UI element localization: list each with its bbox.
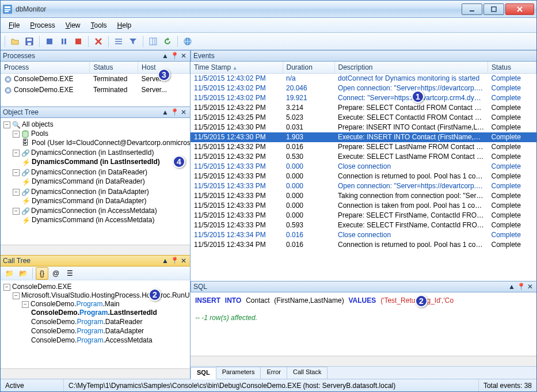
tree-node[interactable]: ConsoleDemo.Program.DataAdapter	[31, 327, 144, 335]
pin-icon[interactable]: 📍	[170, 52, 178, 60]
maximize-button[interactable]	[483, 3, 504, 15]
chevron-up-icon[interactable]: ▲	[161, 108, 169, 116]
sql-tabs: SQL Parameters Error Call Stack	[191, 366, 536, 379]
folder-open-icon[interactable]: 📂	[17, 267, 29, 280]
database-icon: 🗄	[22, 139, 30, 147]
column-header-process[interactable]: Process	[1, 62, 90, 74]
stop-icon[interactable]	[43, 35, 56, 48]
refresh-icon[interactable]	[161, 35, 174, 48]
expand-toggle[interactable]: −	[3, 121, 10, 128]
event-row[interactable]: 11/5/2015 12:43:34 PM0.016Connection is …	[191, 240, 536, 250]
event-row[interactable]: 11/5/2015 12:43:30 PM1.903Execute: INSER…	[191, 132, 536, 142]
close-icon[interactable]: ✕	[526, 283, 534, 291]
connection-icon: 🔗	[21, 149, 29, 157]
chevron-up-icon[interactable]: ▲	[161, 257, 169, 265]
column-header-timestamp[interactable]: Time Stamp	[191, 62, 283, 74]
svg-rect-9	[27, 39, 32, 41]
pin-icon[interactable]: 📍	[170, 257, 178, 265]
events-panel-header[interactable]: Events	[191, 50, 536, 62]
events-grid[interactable]: Time Stamp Duration Description Status 1…	[191, 62, 536, 281]
object-tree-header[interactable]: Object Tree ▲ 📍 ✕	[1, 106, 190, 118]
tree-node[interactable]: ConsoleDemo.Program.LastInsertedId	[31, 309, 157, 317]
horizontal-scrollbar[interactable]	[1, 245, 190, 255]
event-row[interactable]: 11/5/2015 12:43:33 PM0.000Prepare: SELEC…	[191, 211, 536, 220]
event-row[interactable]: 11/5/2015 12:43:33 PM0.000Connection is …	[191, 172, 536, 181]
menu-process[interactable]: Process	[25, 20, 59, 31]
globe-icon[interactable]	[181, 35, 194, 48]
expand-toggle[interactable]: −	[3, 284, 10, 291]
delete-x-icon[interactable]	[92, 35, 105, 48]
at-sign-icon[interactable]: @	[49, 267, 62, 280]
close-icon[interactable]: ✕	[180, 52, 188, 60]
tree-node[interactable]: ConsoleDemo.Program.AccessMetdata	[31, 336, 153, 344]
minimize-button[interactable]	[462, 3, 482, 15]
open-icon[interactable]	[9, 35, 21, 48]
event-row[interactable]: 11/5/2015 12:43:33 PM0.000Connection is …	[191, 201, 536, 211]
column-header-status[interactable]: Status	[90, 62, 138, 74]
expand-toggle[interactable]: −	[13, 131, 20, 138]
pin-icon[interactable]: 📍	[170, 108, 178, 116]
close-button[interactable]	[505, 3, 534, 15]
event-row[interactable]: 11/5/2015 12:43:33 PM0.000Open connectio…	[191, 181, 536, 191]
column-header-status[interactable]: Status	[488, 62, 536, 74]
tree-node[interactable]: ConsoleDemo.Program.DataReader	[31, 318, 142, 326]
expand-toggle[interactable]: −	[13, 150, 20, 157]
close-icon[interactable]: ✕	[180, 108, 188, 116]
expand-toggle[interactable]: −	[22, 301, 29, 308]
tab-callstack[interactable]: Call Stack	[287, 367, 328, 379]
call-tree-toolbar: 📁 📂 {} @ ☰	[1, 267, 190, 280]
tab-error[interactable]: Error	[260, 367, 287, 379]
event-row[interactable]: 11/5/2015 12:43:32 PM0.530Execute: SELEC…	[191, 152, 536, 162]
sql-text[interactable]: INSERT INTO Contact (FirstName,LastName)…	[191, 292, 536, 356]
status-state: Active	[1, 379, 64, 391]
processes-panel-header[interactable]: Processes ▲ 📍 ✕	[1, 50, 190, 62]
event-row[interactable]: 11/5/2015 12:43:25 PM5.023Execute: SELEC…	[191, 113, 536, 123]
folder-icon[interactable]: 📁	[3, 267, 16, 280]
expand-toggle[interactable]: −	[13, 189, 20, 196]
event-row[interactable]: 11/5/2015 12:43:02 PM19.921Connect: "Ser…	[191, 93, 536, 103]
event-row[interactable]: 11/5/2015 12:43:33 PM0.000Taking connect…	[191, 191, 536, 201]
expand-toggle[interactable]: −	[13, 208, 20, 215]
expand-toggle[interactable]: −	[13, 292, 20, 299]
tab-sql[interactable]: SQL	[191, 367, 216, 379]
call-tree-header[interactable]: Call Tree ▲ 📍 ✕	[1, 255, 190, 267]
table-row[interactable]: ConsoleDemo.EXETerminatedServer...	[1, 85, 190, 96]
event-row[interactable]: 11/5/2015 12:43:33 PM0.000Close connecti…	[191, 162, 536, 172]
pause-icon[interactable]	[58, 35, 70, 48]
horizontal-scrollbar[interactable]	[191, 356, 536, 366]
expand-toggle[interactable]: −	[13, 169, 20, 176]
menu-help[interactable]: Help	[113, 20, 136, 31]
chevron-up-icon[interactable]: ▲	[161, 52, 169, 60]
chevron-up-icon[interactable]: ▲	[508, 283, 516, 291]
horizontal-scrollbar[interactable]	[1, 368, 190, 379]
column-header-duration[interactable]: Duration	[283, 62, 334, 74]
event-row[interactable]: 11/5/2015 12:43:22 PM3.214Prepare: SELEC…	[191, 103, 536, 113]
stop-red-icon[interactable]	[72, 35, 85, 48]
list-icon[interactable]	[112, 35, 125, 48]
column-header-description[interactable]: Description	[334, 62, 488, 74]
menu-tools[interactable]: Tools	[86, 20, 112, 31]
sql-panel-header[interactable]: SQL ▲ 📍 ✕	[191, 281, 536, 292]
event-row[interactable]: 11/5/2015 12:43:32 PM0.016Prepare: SELEC…	[191, 142, 536, 152]
command-icon: ⚡	[22, 216, 30, 224]
event-row[interactable]: 11/5/2015 12:43:02 PM20.046Open connecti…	[191, 83, 536, 93]
event-row[interactable]: 11/5/2015 12:43:02 PMn/adotConnect for D…	[191, 74, 536, 83]
close-icon[interactable]: ✕	[180, 257, 188, 265]
menu-bar: File Process View Tools Help	[1, 18, 536, 33]
braces-icon[interactable]: {}	[36, 267, 48, 280]
menu-file[interactable]: File	[4, 20, 24, 31]
call-tree-panel[interactable]: −ConsoleDemo.EXE −Microsoft.VisualStudio…	[1, 280, 190, 368]
window-title: dbMonitor	[16, 5, 462, 13]
filter-icon[interactable]	[127, 35, 139, 48]
tab-parameters[interactable]: Parameters	[216, 367, 261, 379]
event-row[interactable]: 11/5/2015 12:43:30 PM0.031Prepare: INSER…	[191, 123, 536, 132]
event-row[interactable]: 11/5/2015 12:43:33 PM0.593Execute: SELEC…	[191, 220, 536, 230]
save-icon[interactable]	[23, 35, 36, 48]
columns-icon[interactable]	[147, 35, 159, 48]
menu-view[interactable]: View	[61, 20, 85, 31]
object-tree-panel[interactable]: −🔍All objects −Pools 🗄Pool (User Id=Clou…	[1, 118, 190, 245]
event-row[interactable]: 11/5/2015 12:43:34 PM0.016Close connecti…	[191, 230, 536, 240]
list-icon[interactable]: ☰	[63, 267, 76, 280]
tree-node[interactable]: ConsoleDemo.Program.Main	[31, 300, 120, 308]
pin-icon[interactable]: 📍	[517, 283, 525, 291]
